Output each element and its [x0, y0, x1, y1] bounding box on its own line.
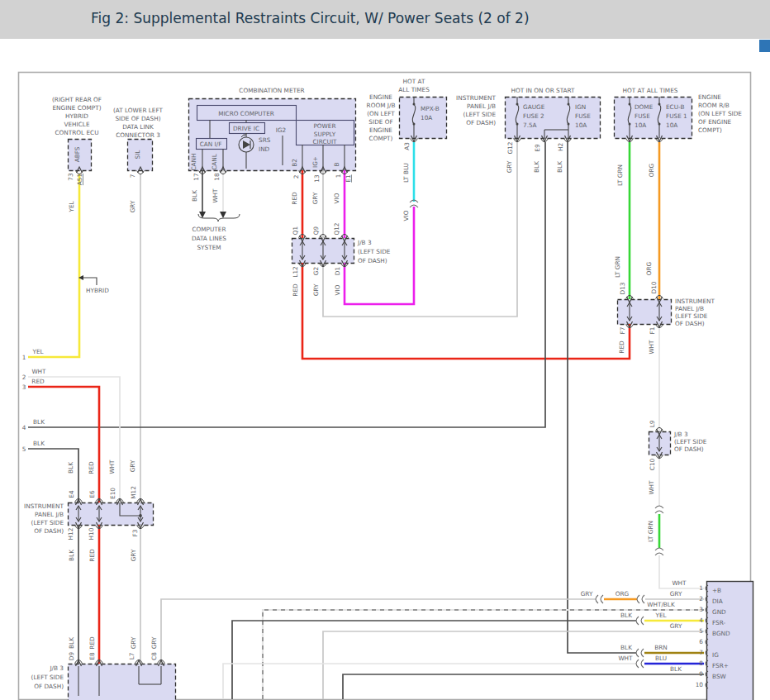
diagram-label: ORG — [648, 163, 655, 177]
diagram-label: (LEFT SIDE — [674, 438, 707, 445]
fuse-terminal — [413, 103, 416, 106]
diagram-label: INSTRUMENT — [24, 502, 64, 510]
diagram-label: BRN — [654, 644, 668, 651]
diagram-label: OF DASH) — [674, 445, 704, 453]
diagram-label: VIO — [402, 210, 410, 221]
diagram-label: VIO — [334, 284, 341, 295]
diagram-label: 10A — [575, 121, 587, 129]
diagram-label: BLK — [68, 637, 75, 649]
diagram-label: CANL — [211, 153, 218, 170]
diagram-label: GRY — [130, 549, 137, 561]
diagram-label: OF DASH) — [466, 119, 496, 126]
diagram-label: 10A — [666, 121, 677, 129]
diagram-label: WHT — [108, 460, 116, 474]
connector-pin-label: BGND — [712, 630, 730, 637]
diagram-label: FUSE 1 — [666, 112, 687, 120]
diagram-label: COMPT) — [369, 135, 393, 142]
wiring-diagram: 1+B2DIA3GND4FSR-5BGND67IG8FSR+9BSW10(RIG… — [0, 0, 770, 700]
diagram-label: SIDE OF — [368, 118, 392, 126]
diagram-label: 7.5A — [523, 121, 537, 129]
diagram-label: INSTRUMENT — [675, 298, 715, 305]
diagram-label: CONNECTOR 3 — [116, 131, 160, 139]
wire-blk-fsr-minus — [232, 621, 636, 699]
diagram-label: BLK — [533, 161, 540, 173]
diagram-label: (RIGHT REAR OF — [52, 96, 102, 103]
connector-pin-number: 10 — [696, 681, 704, 688]
diagram-label: Q9 — [312, 226, 320, 235]
diagram-label: (LEFT SIDE — [463, 111, 497, 118]
diagram-label: L9 — [649, 420, 656, 427]
diagram-label: FUSE — [575, 112, 591, 120]
inline-connector-icon — [641, 660, 644, 668]
diagram-label: ABFS — [74, 146, 81, 162]
diagram-label: E6 — [88, 490, 96, 498]
diagram-label: 2 — [292, 175, 300, 179]
diagram-label: OF ENGINE — [698, 118, 732, 126]
diagram-label: 10A — [635, 121, 646, 129]
diagram-label: RED — [88, 636, 96, 650]
diagram-label: SUPPLY — [314, 131, 336, 138]
diagram-label: ORG — [645, 261, 653, 275]
wire-wht-fsr-plus — [223, 664, 636, 699]
diagram-label: RED — [292, 283, 299, 297]
diagram-label: Q1 — [292, 226, 299, 235]
diagram-label: F3 — [131, 529, 139, 536]
diagram-label: HYBRID — [86, 287, 109, 294]
wire-gry-bgnd — [323, 631, 704, 699]
diagram-label: (LEFT SIDE — [675, 312, 708, 320]
diagram-label: WHT — [648, 480, 655, 495]
jb3-bottom — [69, 664, 176, 700]
diagram-label: WHT — [648, 340, 655, 355]
diagram-label: IG2 — [276, 126, 286, 134]
diagram-label: HOT AT — [403, 78, 425, 85]
diagram-label: RED — [31, 378, 45, 385]
diagram-label: IND — [259, 145, 270, 153]
diagram-label: GRY — [312, 283, 320, 296]
diagram-label: HYBRID — [65, 112, 88, 120]
diagram-label: (ON LEFT SIDE — [698, 110, 742, 117]
diagram-label: BLK — [33, 440, 45, 447]
connector-pin-number: 2 — [699, 595, 703, 602]
diagram-label: BLK — [556, 161, 563, 173]
fuse-terminal — [516, 123, 519, 126]
fuse-terminal — [629, 103, 631, 106]
diagram-label: H2 — [557, 143, 564, 151]
canl-arrow — [220, 212, 226, 218]
fuse-terminal — [658, 123, 661, 126]
diagram-label: WHT — [618, 655, 633, 662]
diagram-label: (ON LEFT — [367, 110, 395, 117]
diagram-label: OF DASH) — [34, 683, 64, 690]
diagram-label: (LEFT SIDE — [31, 674, 64, 681]
diagram-label: F1 — [649, 327, 656, 335]
inline-connector-icon — [655, 553, 663, 555]
diagram-label: ROOM R/B — [698, 102, 730, 109]
diagram-label: GRY — [670, 590, 682, 598]
diagram-label: J/B 3 — [49, 664, 64, 672]
inline-connector-icon — [636, 649, 639, 657]
connector-pin-label: IG — [712, 651, 719, 659]
inline-connector-icon — [641, 617, 644, 625]
fuse-terminal — [413, 123, 416, 126]
diagram-label: VEHICLE — [64, 121, 89, 128]
diagram-label: D13 — [619, 282, 626, 294]
inline-connector-icon — [636, 617, 639, 625]
diagram-label: CONTROL ECU — [55, 129, 99, 136]
diagram-label: ENGINE COMPT) — [52, 104, 101, 112]
diagram-label: OF DASH) — [358, 257, 387, 264]
diagram-label: INSTRUMENT — [456, 94, 496, 102]
diagram-label: (AT LOWER LEFT — [113, 107, 164, 114]
diagram-label: E9 — [534, 144, 541, 152]
diagram-label: CIRCUIT — [313, 138, 338, 145]
diagram-label: RED — [88, 549, 96, 562]
diagram-label: WHT — [212, 188, 219, 203]
diagram-label: E10 — [109, 488, 116, 499]
connector-pin-label: FSR- — [712, 619, 725, 626]
diagram-label: (LEFT SIDE — [31, 519, 64, 526]
diagram-label: BLK — [33, 418, 45, 426]
diagram-label: SIDE OF DASH) — [115, 115, 160, 122]
diagram-label: IG+ — [311, 156, 319, 168]
diagram-label: J/B 3 — [673, 431, 688, 438]
diagram-label: SYSTEM — [197, 244, 221, 251]
diagram-label: 17 — [192, 173, 200, 181]
diagram-label: H10 — [88, 527, 95, 540]
